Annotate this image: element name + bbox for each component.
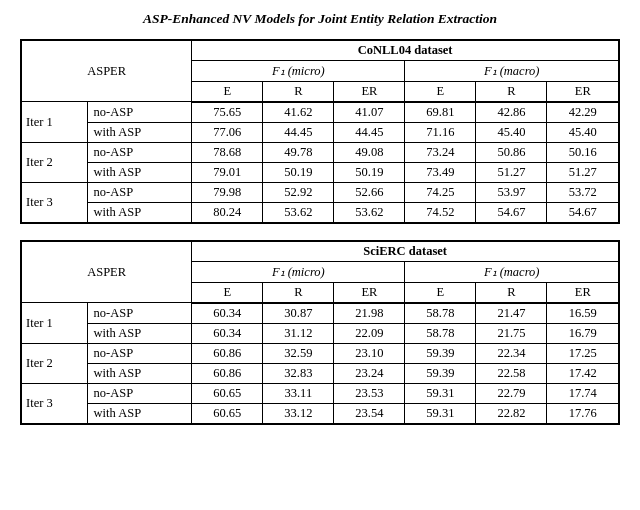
page-title: ASP-Enhanced NV Models for Joint Entity … bbox=[143, 10, 497, 29]
conll04-micro-header: F₁ (micro) bbox=[192, 60, 405, 81]
data-cell: 22.58 bbox=[476, 363, 547, 383]
data-cell: 59.39 bbox=[405, 343, 476, 363]
conll04-table: ASPER CoNLL04 dataset F₁ (micro) F₁ (mac… bbox=[20, 39, 620, 224]
iter-label: Iter 2 bbox=[21, 343, 87, 383]
scierc-tbody: Iter 1no-ASP60.3430.8721.9858.7821.4716.… bbox=[21, 303, 619, 424]
data-cell: 50.86 bbox=[476, 142, 547, 162]
data-cell: 22.09 bbox=[334, 323, 405, 343]
variant-label: no-ASP bbox=[87, 182, 192, 202]
data-cell: 42.29 bbox=[547, 102, 619, 123]
data-cell: 80.24 bbox=[192, 202, 263, 223]
data-cell: 58.78 bbox=[405, 323, 476, 343]
data-cell: 23.24 bbox=[334, 363, 405, 383]
data-cell: 60.34 bbox=[192, 323, 263, 343]
scierc-col-er2: ER bbox=[547, 282, 619, 303]
data-cell: 59.31 bbox=[405, 383, 476, 403]
data-cell: 17.42 bbox=[547, 363, 619, 383]
data-cell: 75.65 bbox=[192, 102, 263, 123]
scierc-table: ASPER SciERC dataset F₁ (micro) F₁ (macr… bbox=[20, 240, 620, 425]
conll04-col-e2: E bbox=[405, 81, 476, 102]
variant-label: no-ASP bbox=[87, 142, 192, 162]
data-cell: 30.87 bbox=[263, 303, 334, 324]
iter-label: Iter 3 bbox=[21, 182, 87, 223]
data-cell: 59.39 bbox=[405, 363, 476, 383]
data-cell: 60.86 bbox=[192, 363, 263, 383]
variant-label: no-ASP bbox=[87, 383, 192, 403]
conll04-tbody: Iter 1no-ASP75.6541.6241.0769.8142.8642.… bbox=[21, 102, 619, 223]
data-cell: 73.24 bbox=[405, 142, 476, 162]
data-cell: 69.81 bbox=[405, 102, 476, 123]
conll04-dataset-header: CoNLL04 dataset bbox=[192, 40, 619, 61]
data-cell: 78.68 bbox=[192, 142, 263, 162]
iter-label: Iter 3 bbox=[21, 383, 87, 424]
data-cell: 50.19 bbox=[263, 162, 334, 182]
data-cell: 23.10 bbox=[334, 343, 405, 363]
data-cell: 60.86 bbox=[192, 343, 263, 363]
data-cell: 74.52 bbox=[405, 202, 476, 223]
scierc-macro-header: F₁ (macro) bbox=[405, 261, 619, 282]
data-cell: 60.34 bbox=[192, 303, 263, 324]
iter-label: Iter 2 bbox=[21, 142, 87, 182]
data-cell: 77.06 bbox=[192, 122, 263, 142]
scierc-col-r1: R bbox=[263, 282, 334, 303]
data-cell: 60.65 bbox=[192, 383, 263, 403]
conll04-table-wrapper: ASPER CoNLL04 dataset F₁ (micro) F₁ (mac… bbox=[20, 39, 620, 224]
data-cell: 32.59 bbox=[263, 343, 334, 363]
data-cell: 22.82 bbox=[476, 403, 547, 424]
data-cell: 51.27 bbox=[547, 162, 619, 182]
variant-label: with ASP bbox=[87, 122, 192, 142]
data-cell: 53.62 bbox=[334, 202, 405, 223]
conll04-col-r2: R bbox=[476, 81, 547, 102]
data-cell: 23.53 bbox=[334, 383, 405, 403]
conll04-macro-header: F₁ (macro) bbox=[405, 60, 619, 81]
data-cell: 53.97 bbox=[476, 182, 547, 202]
iter-label: Iter 1 bbox=[21, 303, 87, 344]
asper-label-scierc: ASPER bbox=[21, 241, 192, 303]
scierc-col-e2: E bbox=[405, 282, 476, 303]
data-cell: 51.27 bbox=[476, 162, 547, 182]
data-cell: 60.65 bbox=[192, 403, 263, 424]
variant-label: with ASP bbox=[87, 363, 192, 383]
variant-label: no-ASP bbox=[87, 102, 192, 123]
data-cell: 42.86 bbox=[476, 102, 547, 123]
data-cell: 16.79 bbox=[547, 323, 619, 343]
variant-label: with ASP bbox=[87, 162, 192, 182]
data-cell: 73.49 bbox=[405, 162, 476, 182]
variant-label: with ASP bbox=[87, 323, 192, 343]
asper-label-conll04: ASPER bbox=[21, 40, 192, 102]
scierc-col-e1: E bbox=[192, 282, 263, 303]
data-cell: 79.01 bbox=[192, 162, 263, 182]
conll04-col-er2: ER bbox=[547, 81, 619, 102]
data-cell: 17.25 bbox=[547, 343, 619, 363]
data-cell: 52.92 bbox=[263, 182, 334, 202]
data-cell: 22.79 bbox=[476, 383, 547, 403]
data-cell: 52.66 bbox=[334, 182, 405, 202]
scierc-micro-header: F₁ (micro) bbox=[192, 261, 405, 282]
data-cell: 50.16 bbox=[547, 142, 619, 162]
data-cell: 71.16 bbox=[405, 122, 476, 142]
data-cell: 49.08 bbox=[334, 142, 405, 162]
variant-label: with ASP bbox=[87, 403, 192, 424]
data-cell: 45.40 bbox=[547, 122, 619, 142]
data-cell: 45.40 bbox=[476, 122, 547, 142]
scierc-dataset-header: SciERC dataset bbox=[192, 241, 619, 262]
data-cell: 31.12 bbox=[263, 323, 334, 343]
data-cell: 44.45 bbox=[334, 122, 405, 142]
data-cell: 21.75 bbox=[476, 323, 547, 343]
data-cell: 44.45 bbox=[263, 122, 334, 142]
data-cell: 54.67 bbox=[547, 202, 619, 223]
data-cell: 54.67 bbox=[476, 202, 547, 223]
conll04-col-r1: R bbox=[263, 81, 334, 102]
data-cell: 16.59 bbox=[547, 303, 619, 324]
data-cell: 17.74 bbox=[547, 383, 619, 403]
variant-label: with ASP bbox=[87, 202, 192, 223]
data-cell: 41.07 bbox=[334, 102, 405, 123]
data-cell: 58.78 bbox=[405, 303, 476, 324]
data-cell: 22.34 bbox=[476, 343, 547, 363]
iter-label: Iter 1 bbox=[21, 102, 87, 143]
data-cell: 41.62 bbox=[263, 102, 334, 123]
data-cell: 49.78 bbox=[263, 142, 334, 162]
data-cell: 33.11 bbox=[263, 383, 334, 403]
data-cell: 23.54 bbox=[334, 403, 405, 424]
variant-label: no-ASP bbox=[87, 303, 192, 324]
